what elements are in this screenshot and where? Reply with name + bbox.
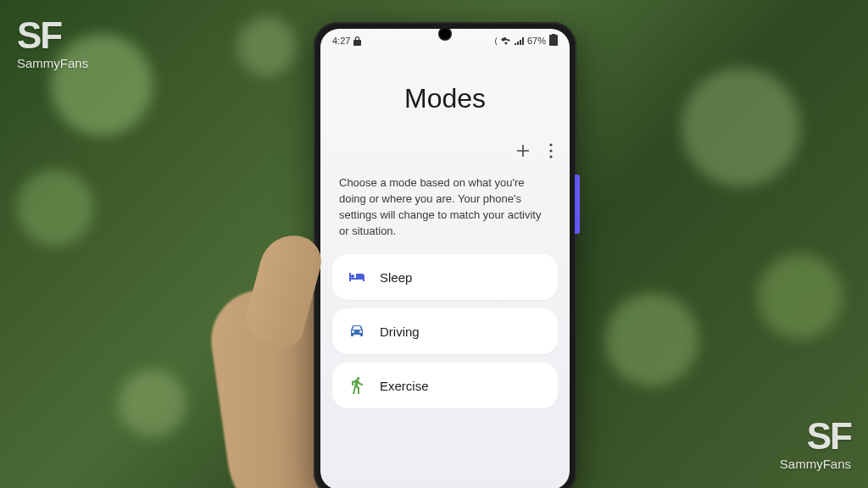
- svg-point-1: [549, 149, 552, 152]
- wifi-icon: [501, 37, 511, 45]
- watermark-text: SammyFans: [780, 457, 851, 471]
- signal-icon: [515, 37, 524, 45]
- phone-screen: 4:27 ⟨ 67%: [320, 29, 570, 488]
- bokeh-blur: [682, 68, 800, 186]
- status-right: ⟨ 67%: [494, 34, 558, 47]
- mode-label: Sleep: [380, 270, 412, 285]
- front-camera: [440, 29, 450, 39]
- lock-icon: [353, 36, 361, 46]
- run-icon: [346, 374, 368, 396]
- phone-frame: 4:27 ⟨ 67%: [314, 22, 576, 488]
- battery-percent: 67%: [527, 36, 546, 46]
- car-icon: [346, 320, 368, 342]
- mode-label: Exercise: [380, 379, 429, 393]
- bokeh-blur: [119, 369, 186, 437]
- bokeh-blur: [237, 17, 297, 76]
- mode-item-sleep[interactable]: Sleep: [332, 254, 558, 300]
- description-text: Choose a mode based on what you're doing…: [320, 170, 570, 254]
- watermark-bottom-right: SF SammyFans: [780, 418, 851, 471]
- mode-label: Driving: [380, 324, 420, 339]
- more-icon[interactable]: [549, 143, 553, 162]
- mode-item-driving[interactable]: Driving: [332, 308, 558, 354]
- battery-icon: [549, 34, 558, 47]
- bed-icon: [346, 266, 368, 288]
- svg-point-2: [549, 155, 552, 158]
- add-icon[interactable]: [515, 143, 531, 162]
- watermark-logo: SF: [17, 17, 88, 54]
- photo-scene: SF SammyFans SF SammyFans 4:27 ⟨: [0, 0, 868, 488]
- nfc-icon: ⟨: [494, 36, 498, 46]
- status-left: 4:27: [332, 36, 361, 46]
- bokeh-blur: [605, 293, 698, 386]
- svg-point-0: [549, 143, 552, 146]
- watermark-text: SammyFans: [17, 56, 88, 70]
- page-title: Modes: [337, 83, 553, 114]
- watermark-logo: SF: [780, 418, 851, 455]
- mode-item-exercise[interactable]: Exercise: [332, 363, 558, 408]
- mode-list: Sleep Driving Exercise: [320, 254, 570, 417]
- power-button[interactable]: [575, 175, 580, 234]
- toolbar: [320, 140, 570, 170]
- header: Modes: [320, 49, 570, 140]
- watermark-top-left: SF SammyFans: [17, 17, 88, 70]
- bokeh-blur: [17, 169, 93, 246]
- bokeh-blur: [758, 254, 843, 339]
- status-time: 4:27: [332, 36, 350, 46]
